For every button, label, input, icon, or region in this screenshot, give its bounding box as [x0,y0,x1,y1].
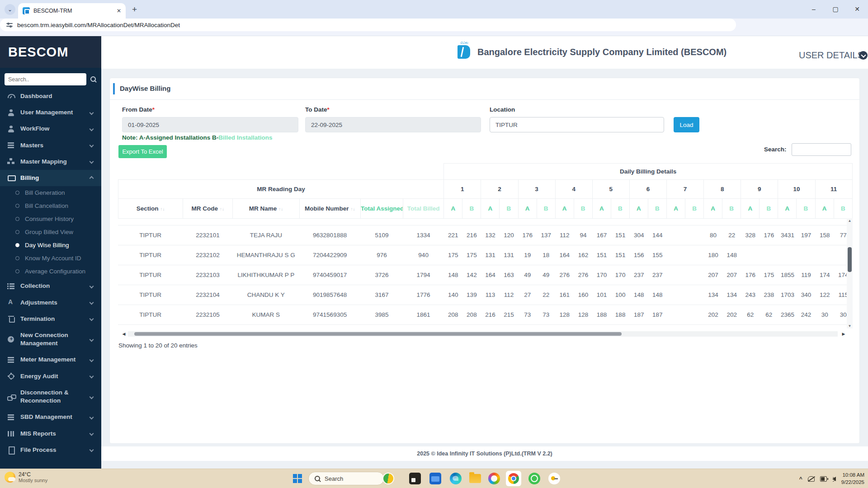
assigned-subheader: A [815,199,834,219]
taskbar-clock[interactable]: 10:08 AM 9/22/2025 [841,472,864,486]
cell-day-assigned [667,245,685,265]
cell-day-billed [648,218,667,225]
col-header-section[interactable]: Section↑↓ [118,199,183,219]
start-button[interactable] [293,474,302,483]
app-footer: 2025 © Idea Infinity IT Solutions (P)Ltd… [101,446,868,461]
sidebar-subitem-bill-generation[interactable]: Bill Generation [0,186,101,199]
cell-day-billed [500,218,518,225]
page-title: DayWise Billing [120,84,170,92]
taskbar-search-placeholder: Search [325,475,343,482]
cell-day-billed: 22 [722,225,741,245]
sidebar-item-new-connection-management[interactable]: New Connection Management [0,327,101,352]
scroll-up-icon[interactable]: ▲ [847,219,853,223]
day-column-header: 9 [741,180,778,199]
sidebar-subitem-consumer-history[interactable]: Consumer History [0,212,101,225]
sidebar-item-collection[interactable]: Collection [0,278,101,294]
file-explorer-icon[interactable] [469,474,481,483]
sidebar-item-meter-management[interactable]: Meter Management [0,352,101,368]
address-bar[interactable]: bescom.trm.ieasybill.com/MRAllocationDet… [0,19,736,31]
cell-day-assigned: 73 [518,305,537,324]
col-header-mr-name[interactable]: MR Name↑↓ [233,199,299,219]
copilot-icon[interactable] [488,473,500,484]
scroll-right-icon[interactable]: ▶ [840,331,847,337]
cell-mr-code: 2232105 [183,305,232,324]
chrome-active-app[interactable] [506,471,521,486]
vertical-scrollbar[interactable]: ▲ ▼ [847,218,853,328]
to-date-input[interactable] [305,117,481,132]
password-manager-icon[interactable] [548,473,560,484]
browser-tab[interactable]: BESCOM-TRM ✕ [18,3,126,19]
cell-day-billed: 150 [760,324,778,328]
cell-day-assigned: 4 [481,324,500,328]
user-details-chevron-icon[interactable] [859,51,868,60]
sort-icon: ↑↓ [160,206,165,211]
sidebar-item-file-process[interactable]: File Process [0,442,101,458]
export-to-excel-button[interactable]: Export To Excel [118,145,167,158]
search-icon[interactable] [90,76,97,83]
cell-day-assigned: 122 [816,285,834,305]
tray-chevron-icon[interactable]: ^ [799,476,802,482]
col-header-label: Total Billed [407,205,440,212]
site-info-icon[interactable] [6,22,13,28]
sidebar-item-adjustments[interactable]: Adjustments [0,295,101,311]
user-details-label[interactable]: USER DETAILS [799,50,863,61]
col-header-mr-code[interactable]: MR Code↑↓ [183,199,233,219]
do-not-disturb-icon[interactable] [808,476,815,482]
sidebar-item-sbd-management[interactable]: SBD Management [0,409,101,425]
weather-widget[interactable]: 24°C Mostly sunny [5,471,47,483]
speaker-icon[interactable] [832,477,836,481]
widgets-app-icon[interactable] [409,473,421,484]
battery-icon[interactable] [820,476,827,482]
sidebar-subitem-average-configuration[interactable]: Average Configuration [0,265,101,278]
col-header-total-assigned: Total Assigned [360,199,403,219]
title-accent-bar [113,83,115,94]
sidebar-search-input[interactable] [5,73,86,85]
sidebar-item-billing[interactable]: Billing [0,170,101,186]
col-header-mobile-number[interactable]: Mobile Number↑↓ [299,199,360,219]
window-close-button[interactable]: ✕ [846,0,868,19]
sidebar-item-user-management[interactable]: User Management [0,104,101,121]
taskbar-search[interactable]: Search [308,472,384,485]
horizontal-scrollbar[interactable] [128,331,838,337]
from-date-input[interactable] [122,117,298,132]
sidebar-item-workflow[interactable]: WorkFlow [0,121,101,137]
url-text[interactable]: bescom.trm.ieasybill.com/MRAllocationDet… [17,22,180,28]
vertical-scroll-thumb[interactable] [848,247,852,272]
msn-weather-icon[interactable] [382,473,394,484]
scroll-down-icon[interactable]: ▼ [847,324,853,328]
table-search-input[interactable] [792,143,851,156]
location-input[interactable] [490,117,664,132]
cell-day-billed: 241 [574,324,592,328]
billing-table-body[interactable]: NONAVINAKERE OMU2232308ARAVINDA961188728… [118,218,853,328]
sidebar-item-energy-audit[interactable]: Energy Audit [0,368,101,385]
sidebar-item-master-mapping[interactable]: Master Mapping [0,154,101,170]
chevron-down-icon [90,415,94,419]
app-icon-blue[interactable] [429,473,441,484]
sidebar-item-mis-reports[interactable]: MIS Reports [0,426,101,442]
cell-day-billed: 201 [611,324,630,328]
scroll-left-icon[interactable]: ◀ [121,331,127,337]
whatsapp-icon[interactable] [528,473,540,484]
sidebar-subitem-know-my-account-id[interactable]: Know My Account ID [0,252,101,265]
cell-day-assigned: 170 [592,265,611,285]
sidebar-subitem-group-billed-view[interactable]: Group Billed View [0,225,101,239]
sidebar-item-masters[interactable]: Masters [0,137,101,154]
sidebar-item-disconnection-reconnection[interactable]: Disconnection & Reconnection [0,385,101,409]
sidebar-subitem-day-wise-billing[interactable]: Day Wise Billing [0,239,101,252]
sidebar-item-dashboard[interactable]: Dashboard [0,88,101,104]
sidebar-item-termination[interactable]: Termination [0,311,101,327]
sidebar-subitem-bill-cancellation[interactable]: Bill Cancellation [0,199,101,212]
cell-day-billed [685,285,704,305]
new-tab-button[interactable]: + [132,5,137,14]
load-button[interactable]: Load [674,117,699,132]
horizontal-scroll-thumb[interactable] [134,332,622,336]
edge-icon[interactable] [450,473,462,484]
window-minimize-button[interactable]: – [803,0,825,19]
tab-search-chevron-icon[interactable]: ⌄ [5,4,15,15]
sort-icon: ↑↓ [220,206,224,211]
tab-close-icon[interactable]: ✕ [117,8,121,14]
billed-subheader: B [500,199,518,219]
group-header-spacer [118,164,444,180]
window-maximize-button[interactable]: ▢ [825,0,846,19]
cell-mr-code: 2232103 [183,265,232,285]
